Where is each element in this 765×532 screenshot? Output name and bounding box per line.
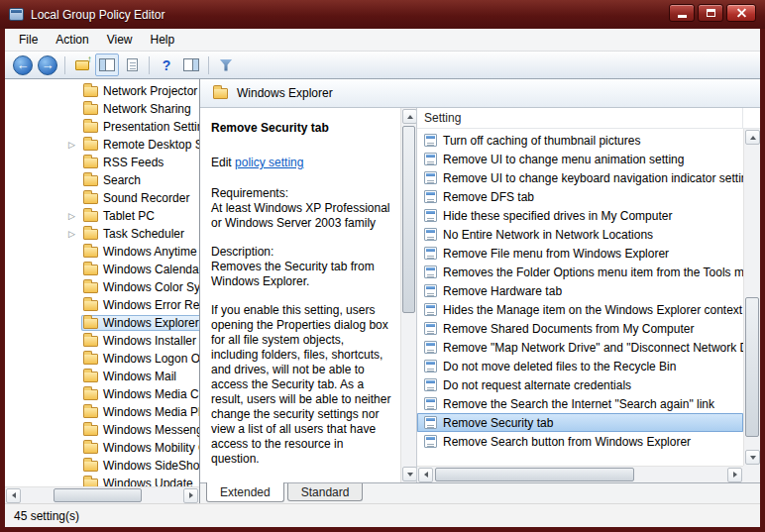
- tree-hscroll-track[interactable]: [22, 487, 182, 503]
- status-text: 45 setting(s): [14, 509, 79, 523]
- folder-icon: [213, 88, 228, 99]
- description-vscroll-thumb[interactable]: [402, 126, 415, 313]
- scroll-right-button[interactable]: [727, 468, 742, 482]
- menu-action[interactable]: Action: [47, 30, 97, 50]
- list-vscroll-thumb[interactable]: [745, 297, 759, 437]
- setting-row[interactable]: Remove the Search the Internet "Search a…: [417, 394, 743, 413]
- setting-row[interactable]: Remove Hardware tab: [417, 281, 743, 300]
- tree-item[interactable]: ▷Task Scheduler: [5, 225, 199, 243]
- menu-view[interactable]: View: [98, 30, 142, 50]
- scrollbar-corner: [743, 466, 760, 482]
- export-list-button[interactable]: [120, 53, 144, 76]
- tree-item[interactable]: Windows Anytime Upgrade: [5, 243, 199, 261]
- list-hscroll-thumb[interactable]: [435, 468, 634, 481]
- menu-help[interactable]: Help: [142, 30, 184, 50]
- tree-item[interactable]: Windows Mobility Center: [5, 439, 199, 457]
- tree-item[interactable]: Windows Calendar: [5, 261, 199, 278]
- scroll-left-button[interactable]: [6, 488, 21, 503]
- region-body: Remove Security tab Edit policy setting …: [200, 108, 760, 482]
- edit-policy-setting-link[interactable]: policy setting: [235, 156, 303, 169]
- scroll-down-button[interactable]: [402, 467, 417, 481]
- tree-hscroll-thumb[interactable]: [54, 488, 142, 502]
- scroll-left-icon: [424, 472, 428, 478]
- list-vertical-scrollbar[interactable]: [743, 129, 760, 466]
- menu-file[interactable]: File: [10, 30, 47, 50]
- scroll-up-button[interactable]: [745, 130, 760, 145]
- scroll-down-icon: [407, 473, 413, 477]
- setting-row[interactable]: No Entire Network in Network Locations: [417, 225, 743, 244]
- settings-list-pane: Setting Turn off caching of thumbnail pi…: [417, 108, 760, 482]
- show-hide-console-tree-button[interactable]: [95, 53, 119, 76]
- setting-row[interactable]: Remove Shared Documents from My Computer: [417, 319, 743, 338]
- tree-item[interactable]: Windows Messenger: [5, 421, 199, 439]
- expand-icon[interactable]: ▷: [68, 212, 81, 221]
- requirements-label: Requirements:: [211, 186, 392, 201]
- help-icon: ?: [163, 57, 171, 73]
- help-button[interactable]: ?: [155, 53, 178, 76]
- tree-item[interactable]: ▷Remote Desktop Services: [5, 136, 199, 154]
- tree-item[interactable]: Sound Recorder: [5, 189, 199, 207]
- close-button[interactable]: [726, 4, 756, 22]
- description-label: Description:: [211, 245, 392, 260]
- folder-icon: [83, 425, 98, 436]
- tree-item[interactable]: Windows Error Reporting: [5, 296, 199, 314]
- tree-item[interactable]: Presentation Settings: [5, 118, 199, 136]
- tree-item[interactable]: Windows Media Player: [5, 403, 199, 421]
- scroll-up-button[interactable]: [402, 109, 417, 124]
- setting-row[interactable]: Remove DFS tab: [417, 187, 743, 206]
- setting-row[interactable]: Hides the Manage item on the Windows Exp…: [417, 300, 743, 319]
- tree-item-selected[interactable]: Windows Explorer: [5, 314, 199, 332]
- up-one-level-button[interactable]: [70, 53, 94, 76]
- list-hscroll-track[interactable]: [434, 467, 726, 482]
- tree-item[interactable]: Network Projector: [5, 82, 199, 100]
- setting-row[interactable]: Do not request alternate credentials: [417, 375, 743, 394]
- expand-icon[interactable]: ▷: [68, 230, 81, 239]
- tab-extended[interactable]: Extended: [206, 482, 284, 502]
- tree-item[interactable]: Windows Media Center: [5, 385, 199, 403]
- setting-row[interactable]: Turn off caching of thumbnail pictures: [417, 131, 743, 150]
- maximize-button[interactable]: [698, 4, 723, 22]
- setting-row[interactable]: Removes the Folder Options menu item fro…: [417, 263, 743, 281]
- tree-item[interactable]: Windows Update: [5, 475, 199, 486]
- console-tree-pane: Network Projector Network Sharing Presen…: [5, 79, 200, 503]
- policy-setting-icon: [424, 153, 437, 165]
- forward-button[interactable]: →: [36, 53, 59, 76]
- scroll-left-button[interactable]: [418, 468, 433, 482]
- tree-item[interactable]: Search: [5, 171, 199, 189]
- tree-horizontal-scrollbar[interactable]: [5, 486, 199, 503]
- description-vscroll-track[interactable]: [401, 125, 416, 466]
- minimize-button[interactable]: [669, 4, 695, 22]
- back-button[interactable]: ←: [11, 53, 35, 76]
- tree-item[interactable]: Windows Mail: [5, 368, 199, 385]
- list-horizontal-scrollbar[interactable]: [417, 466, 743, 482]
- tree-item[interactable]: Network Sharing: [5, 100, 199, 118]
- filter-button[interactable]: [214, 53, 238, 76]
- setting-row[interactable]: Hide these specified drives in My Comput…: [417, 206, 743, 225]
- tree-item[interactable]: Windows Installer: [5, 332, 199, 350]
- maximize-icon: [707, 9, 715, 17]
- titlebar[interactable]: Local Group Policy Editor: [0, 0, 765, 29]
- list-vscroll-track[interactable]: [744, 146, 760, 449]
- description-vertical-scrollbar[interactable]: [400, 108, 416, 482]
- setting-row-selected[interactable]: Remove Security tab: [417, 413, 743, 432]
- scroll-down-button[interactable]: [745, 450, 760, 465]
- extended-description-pane: Remove Security tab Edit policy setting …: [200, 108, 417, 482]
- tab-standard[interactable]: Standard: [287, 483, 364, 501]
- setting-row[interactable]: Remove UI to change keyboard navigation …: [417, 168, 743, 187]
- setting-row[interactable]: Remove File menu from Windows Explorer: [417, 244, 743, 263]
- tree-item[interactable]: Windows SideShow: [5, 457, 199, 475]
- setting-row[interactable]: Do not move deleted files to the Recycle…: [417, 357, 743, 375]
- folder-icon: [83, 175, 98, 186]
- scroll-right-button[interactable]: [183, 488, 198, 503]
- setting-column-header[interactable]: Setting: [417, 108, 743, 128]
- setting-row[interactable]: Remove "Map Network Drive" and "Disconne…: [417, 338, 743, 357]
- tree-item[interactable]: ▷Tablet PC: [5, 207, 199, 225]
- tree-item[interactable]: RSS Feeds: [5, 154, 199, 171]
- show-hide-action-pane-button[interactable]: [179, 53, 203, 76]
- tree-item[interactable]: Windows Logon Options: [5, 350, 199, 368]
- setting-row[interactable]: Remove UI to change menu animation setti…: [417, 150, 743, 168]
- setting-row[interactable]: Remove Search button from Windows Explor…: [417, 432, 743, 451]
- tree-item[interactable]: Windows Color System: [5, 278, 199, 296]
- policy-setting-icon: [424, 171, 437, 184]
- expand-icon[interactable]: ▷: [68, 141, 81, 150]
